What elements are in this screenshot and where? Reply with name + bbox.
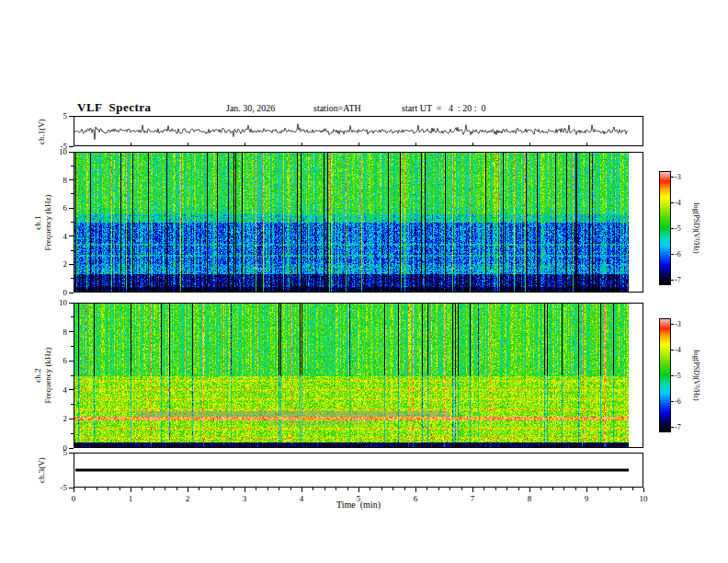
x-panel-tick [245, 289, 245, 292]
y-tick-mark [69, 453, 74, 454]
colorbar-tick-mark [671, 401, 674, 402]
x-panel-tick [131, 444, 131, 447]
ch1-waveform-canvas [74, 117, 643, 145]
figure-title: VLF Spectra [77, 100, 152, 115]
x-minor-tick [176, 488, 177, 490]
x-minor-tick [108, 488, 108, 490]
colorbar-tick-label: -4 [675, 346, 691, 354]
x-tick-mark [643, 488, 644, 492]
colorbar-tick-label: -3 [675, 320, 691, 328]
x-minor-tick [222, 488, 222, 490]
x-minor-tick [506, 488, 507, 490]
x-minor-tick [563, 488, 564, 490]
y-minor-tick [71, 375, 74, 376]
y-tick-label: 6 [47, 203, 67, 213]
x-panel-tick [188, 143, 188, 145]
x-minor-tick [495, 488, 496, 490]
y-minor-tick [71, 316, 74, 317]
x-tick-label: 1 [121, 494, 140, 503]
ch2-ylabel-line1: ch.2 [33, 347, 43, 403]
ch2-colorbar [659, 318, 671, 432]
x-minor-tick [336, 488, 336, 490]
x-panel-tick [301, 289, 302, 292]
x-minor-tick [370, 488, 370, 490]
x-panel-tick [358, 289, 359, 292]
ch3-voltage-ylabel: ch.3(V) [37, 457, 47, 483]
x-tick-mark [529, 488, 530, 492]
y-tick-mark [69, 331, 74, 332]
x-panel-tick [301, 444, 302, 447]
x-tick-label: 3 [235, 494, 254, 503]
y-tick-mark [69, 448, 74, 449]
x-minor-tick [518, 488, 519, 490]
colorbar-tick-label: -6 [675, 397, 691, 406]
x-minor-tick [210, 488, 211, 490]
ch1-frequency-ylabel: ch.1 Frequency (kHz) [33, 194, 54, 250]
y-tick-label: 5 [47, 448, 67, 457]
ch2-colorbar-canvas [660, 319, 670, 431]
y-tick-label: 0 [47, 288, 67, 297]
x-panel-tick [131, 289, 131, 292]
colorbar-tick-label: -7 [675, 276, 691, 284]
x-panel-tick [529, 143, 530, 145]
x-panel-tick [188, 289, 188, 292]
y-minor-tick [71, 404, 74, 405]
x-panel-tick [131, 143, 131, 145]
x-minor-tick [290, 488, 291, 490]
x-tick-mark [301, 488, 302, 492]
colorbar-tick-mark [671, 375, 674, 376]
y-tick-mark [69, 179, 74, 180]
x-minor-tick [632, 488, 633, 490]
ch2-colorbar-label: log(PSD)(V²/Hz) [692, 350, 700, 400]
x-panel-tick [358, 143, 359, 145]
x-tick-label: 9 [577, 494, 596, 503]
x-panel-tick [586, 143, 587, 145]
y-minor-tick [71, 166, 74, 167]
colorbar-tick-mark [671, 350, 674, 350]
x-panel-tick [529, 444, 530, 447]
y-tick-label: -5 [47, 483, 67, 492]
x-minor-tick [404, 488, 405, 490]
x-panel-tick [245, 143, 245, 145]
x-minor-tick [85, 488, 85, 490]
y-tick-label: 8 [47, 176, 67, 185]
x-minor-tick [279, 488, 279, 490]
x-minor-tick [575, 488, 576, 490]
ch3-waveform-panel [74, 453, 643, 488]
x-minor-tick [620, 488, 621, 490]
ch1-spectrogram-panel [74, 152, 643, 293]
x-panel-tick [586, 289, 587, 292]
x-tick-label: 6 [406, 494, 425, 503]
x-panel-tick [472, 143, 473, 145]
x-minor-tick [154, 488, 154, 490]
station-label: station=ATH [313, 103, 361, 113]
y-tick-mark [69, 146, 74, 147]
x-tick-mark [245, 488, 245, 492]
x-minor-tick [540, 488, 541, 490]
x-minor-tick [552, 488, 553, 490]
x-panel-tick [586, 444, 587, 447]
x-tick-label: 10 [634, 494, 653, 503]
x-tick-label: 0 [64, 494, 83, 503]
x-minor-tick [483, 488, 484, 490]
x-minor-tick [324, 488, 325, 490]
y-tick-mark [69, 236, 74, 236]
ch3-waveform-canvas [74, 454, 643, 487]
x-panel-tick [529, 289, 530, 292]
ch1-colorbar-label: log(PSD)(V²/Hz) [692, 202, 700, 253]
colorbar-tick-mark [671, 177, 674, 178]
colorbar-tick-mark [671, 280, 674, 281]
x-tick-mark [131, 488, 131, 492]
start-ut-label: start UT = 4 : 20 : 0 [402, 103, 486, 113]
colorbar-tick-label: -6 [675, 250, 691, 259]
x-tick-mark [415, 488, 416, 492]
colorbar-tick-label: -5 [675, 372, 691, 380]
x-tick-label: 4 [292, 494, 311, 503]
y-minor-tick [71, 346, 74, 347]
ch1-spectrogram-canvas [74, 153, 643, 292]
x-panel-tick [415, 444, 416, 447]
x-minor-tick [267, 488, 268, 490]
x-panel-tick [472, 444, 473, 447]
ch1-voltage-ylabel: ch.1(V) [37, 119, 47, 144]
y-tick-label: 5 [47, 111, 67, 121]
